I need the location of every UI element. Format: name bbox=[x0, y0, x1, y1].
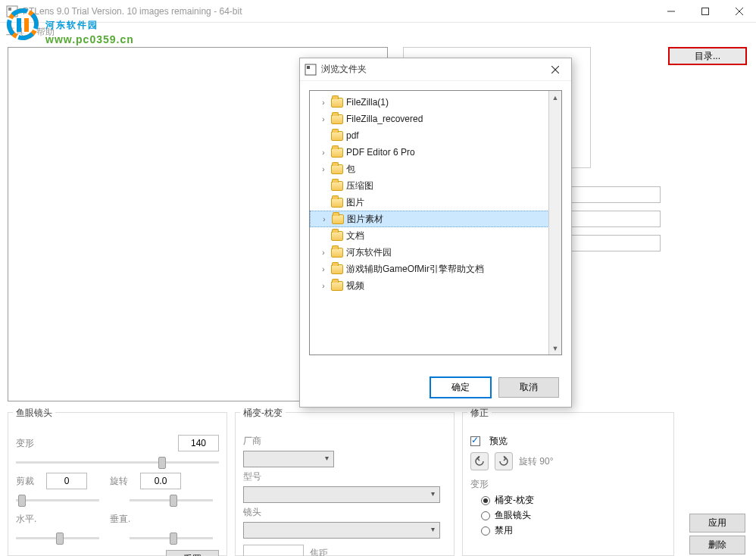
vert-label: 垂直. bbox=[110, 513, 134, 526]
tree-expander-icon[interactable]: › bbox=[319, 165, 328, 173]
folder-label: 图片素材 bbox=[347, 213, 383, 226]
folder-label: PDF Editor 6 Pro bbox=[346, 147, 415, 158]
menu-tools[interactable]: 工具 bbox=[6, 26, 24, 39]
window-titlebar: PTLens 9.0 Trial Version. 10 images rema… bbox=[0, 0, 756, 23]
rotate-slider[interactable] bbox=[130, 492, 213, 508]
barrel-title: 桶变-枕变 bbox=[240, 407, 286, 420]
correct-group: 修正 预览 旋转 90° 变形 桶变-枕变 鱼眼镜头 禁用 bbox=[462, 412, 674, 556]
folder-icon bbox=[331, 114, 343, 124]
folder-label: pdf bbox=[346, 130, 359, 141]
folder-icon bbox=[331, 264, 343, 274]
app-icon bbox=[6, 5, 18, 17]
dialog-close-button[interactable] bbox=[544, 61, 567, 79]
lens-combo[interactable] bbox=[243, 522, 440, 539]
horiz-slider[interactable] bbox=[16, 530, 99, 545]
vendor-combo[interactable] bbox=[243, 451, 334, 467]
barrel-group: 桶变-枕变 厂商 型号 镜头 焦距 bbox=[235, 412, 455, 556]
tree-expander-icon[interactable]: › bbox=[319, 115, 328, 123]
svg-rect-3 bbox=[701, 8, 708, 14]
model-combo[interactable] bbox=[243, 486, 440, 503]
tree-expander-icon[interactable]: › bbox=[319, 148, 328, 157]
preview-checkbox[interactable] bbox=[470, 436, 480, 446]
folder-tree-item[interactable]: ›河东软件园 bbox=[310, 244, 561, 261]
ok-button[interactable]: 确定 bbox=[430, 377, 491, 398]
folder-tree-item[interactable]: ›包 bbox=[310, 161, 561, 177]
folder-icon bbox=[331, 164, 343, 174]
folder-icon bbox=[331, 131, 343, 141]
close-button[interactable] bbox=[722, 0, 756, 23]
browse-folder-dialog: 浏览文件夹 ›FileZilla(1)›FileZilla_recovered … bbox=[299, 58, 572, 408]
folder-tree-item[interactable]: ›FileZilla_recovered bbox=[310, 111, 561, 127]
reset-button[interactable]: 重置 bbox=[166, 550, 219, 556]
folder-tree[interactable]: ›FileZilla(1)›FileZilla_recovered pdf›PD… bbox=[309, 90, 562, 355]
folder-label: FileZilla(1) bbox=[346, 97, 389, 108]
folder-label: 压缩图 bbox=[346, 180, 373, 192]
folder-tree-item[interactable]: ›FileZilla(1) bbox=[310, 94, 561, 111]
lens-label: 镜头 bbox=[243, 506, 261, 519]
folder-tree-item[interactable]: 图片 bbox=[310, 194, 561, 211]
radio-disable[interactable]: 禁用 bbox=[481, 524, 666, 537]
rotate-ccw-icon[interactable] bbox=[470, 452, 489, 470]
deform-label: 变形 bbox=[16, 437, 40, 450]
folder-label: 包 bbox=[346, 163, 355, 176]
model-label: 型号 bbox=[243, 470, 261, 483]
vert-slider[interactable] bbox=[130, 530, 213, 545]
folder-icon bbox=[331, 148, 343, 158]
dialog-title: 浏览文件夹 bbox=[321, 63, 544, 76]
folder-tree-item[interactable]: ›游戏辅助GameOfMir引擎帮助文档 bbox=[310, 261, 561, 277]
focal-input[interactable] bbox=[243, 545, 304, 556]
cancel-button[interactable]: 取消 bbox=[498, 377, 559, 398]
tree-expander-icon[interactable]: › bbox=[319, 282, 328, 290]
folder-tree-item[interactable]: 文档 bbox=[310, 227, 561, 244]
deform-header: 变形 bbox=[470, 478, 489, 491]
deform-slider[interactable] bbox=[16, 454, 219, 470]
directory-button[interactable]: 目录... bbox=[668, 47, 747, 65]
folder-icon bbox=[331, 248, 343, 258]
scroll-up-icon[interactable]: ▲ bbox=[549, 91, 561, 104]
correct-title: 修正 bbox=[467, 407, 492, 420]
delete-button[interactable]: 删除 bbox=[689, 536, 745, 554]
maximize-button[interactable] bbox=[688, 0, 722, 23]
vendor-label: 厂商 bbox=[243, 435, 261, 448]
folder-label: FileZilla_recovered bbox=[346, 114, 423, 124]
folder-tree-item[interactable]: ›图片素材 bbox=[310, 211, 561, 227]
rotate-value[interactable]: 0.0 bbox=[140, 473, 181, 489]
folder-icon bbox=[331, 98, 343, 108]
svg-rect-10 bbox=[307, 66, 310, 69]
scroll-down-icon[interactable]: ▼ bbox=[549, 342, 561, 355]
horiz-label: 水平. bbox=[16, 513, 40, 526]
preview-label: 预览 bbox=[489, 435, 508, 448]
tree-expander-icon[interactable]: › bbox=[319, 248, 328, 257]
focal-label: 焦距 bbox=[310, 547, 328, 557]
menu-help[interactable]: 帮助 bbox=[36, 26, 55, 39]
folder-icon bbox=[332, 214, 344, 224]
radio-barrel[interactable]: 桶变-枕变 bbox=[481, 494, 666, 507]
crop-slider[interactable] bbox=[16, 492, 99, 508]
svg-rect-1 bbox=[8, 8, 11, 11]
crop-label: 剪裁 bbox=[16, 475, 40, 488]
folder-tree-item[interactable]: pdf bbox=[310, 127, 561, 144]
rotate90-label: 旋转 90° bbox=[519, 455, 553, 468]
crop-value[interactable]: 0 bbox=[46, 473, 87, 489]
tree-expander-icon[interactable]: › bbox=[320, 215, 329, 223]
apply-button[interactable]: 应用 bbox=[689, 514, 745, 533]
fisheye-group: 鱼眼镜头 变形 140 剪裁 0 旋转 0.0 水平. 垂直. bbox=[8, 412, 227, 556]
radio-fisheye[interactable]: 鱼眼镜头 bbox=[481, 509, 666, 522]
rotate-label: 旋转 bbox=[110, 475, 134, 488]
folder-label: 游戏辅助GameOfMir引擎帮助文档 bbox=[346, 263, 484, 276]
tree-expander-icon[interactable]: › bbox=[319, 98, 328, 107]
folder-label: 文档 bbox=[346, 230, 364, 242]
folder-icon bbox=[331, 198, 343, 208]
rotate-cw-icon[interactable] bbox=[495, 452, 513, 470]
folder-label: 视频 bbox=[346, 280, 364, 292]
folder-icon bbox=[331, 231, 343, 241]
folder-label: 图片 bbox=[346, 196, 364, 209]
dialog-icon bbox=[305, 64, 317, 76]
tree-expander-icon[interactable]: › bbox=[319, 265, 328, 273]
tree-scrollbar[interactable]: ▲ ▼ bbox=[548, 91, 561, 355]
minimize-button[interactable] bbox=[654, 0, 688, 23]
folder-tree-item[interactable]: ›视频 bbox=[310, 277, 561, 294]
folder-tree-item[interactable]: ›PDF Editor 6 Pro bbox=[310, 144, 561, 161]
deform-value[interactable]: 140 bbox=[178, 435, 219, 451]
folder-tree-item[interactable]: 压缩图 bbox=[310, 177, 561, 194]
